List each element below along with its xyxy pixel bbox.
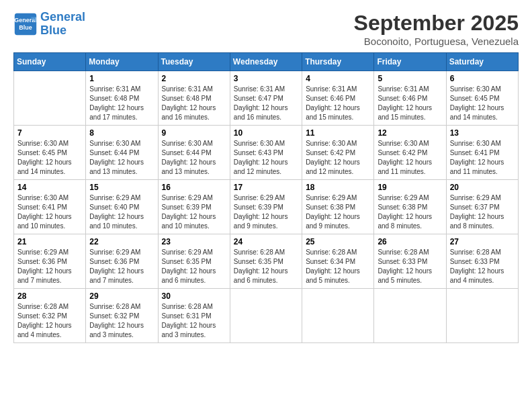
calendar-cell: 8Sunrise: 6:30 AMSunset: 6:44 PMDaylight… (86, 126, 158, 180)
calendar-cell: 1Sunrise: 6:31 AMSunset: 6:48 PMDaylight… (86, 71, 158, 126)
day-info: Sunrise: 6:31 AMSunset: 6:48 PMDaylight:… (89, 85, 154, 122)
weekday-header-cell: Tuesday (158, 53, 230, 71)
calendar-cell: 20Sunrise: 6:29 AMSunset: 6:37 PMDayligh… (446, 180, 518, 234)
day-info: Sunrise: 6:31 AMSunset: 6:47 PMDaylight:… (234, 85, 298, 122)
day-number: 1 (89, 74, 154, 83)
calendar-table: SundayMondayTuesdayWednesdayThursdayFrid… (13, 52, 519, 343)
day-number: 8 (89, 128, 154, 138)
day-info: Sunrise: 6:30 AMSunset: 6:41 PMDaylight:… (450, 139, 515, 177)
logo-icon: General Blue (13, 12, 38, 36)
day-info: Sunrise: 6:28 AMSunset: 6:32 PMDaylight:… (89, 302, 154, 340)
title-block: September 2025 Boconoito, Portuguesa, Ve… (354, 11, 519, 47)
calendar-cell: 26Sunrise: 6:28 AMSunset: 6:33 PMDayligh… (374, 234, 446, 289)
calendar-cell (14, 71, 86, 126)
day-number: 22 (89, 237, 154, 246)
day-info: Sunrise: 6:29 AMSunset: 6:38 PMDaylight:… (378, 193, 442, 231)
day-number: 12 (378, 128, 442, 138)
weekday-header-cell: Saturday (446, 53, 518, 71)
day-info: Sunrise: 6:29 AMSunset: 6:38 PMDaylight:… (306, 193, 370, 231)
day-number: 6 (450, 74, 515, 83)
calendar-cell: 16Sunrise: 6:29 AMSunset: 6:39 PMDayligh… (158, 180, 230, 234)
location-subtitle: Boconoito, Portuguesa, Venezuela (354, 36, 519, 47)
day-info: Sunrise: 6:28 AMSunset: 6:31 PMDaylight:… (162, 302, 226, 340)
day-info: Sunrise: 6:30 AMSunset: 6:42 PMDaylight:… (378, 139, 442, 177)
month-title: September 2025 (354, 11, 519, 36)
day-info: Sunrise: 6:31 AMSunset: 6:46 PMDaylight:… (306, 85, 370, 122)
calendar-cell: 10Sunrise: 6:30 AMSunset: 6:43 PMDayligh… (230, 126, 302, 180)
calendar-cell (446, 289, 518, 343)
calendar-cell: 21Sunrise: 6:29 AMSunset: 6:36 PMDayligh… (14, 234, 86, 289)
day-info: Sunrise: 6:28 AMSunset: 6:33 PMDaylight:… (450, 248, 515, 285)
calendar-cell: 3Sunrise: 6:31 AMSunset: 6:47 PMDaylight… (230, 71, 302, 126)
day-number: 13 (450, 128, 515, 138)
calendar-cell: 19Sunrise: 6:29 AMSunset: 6:38 PMDayligh… (374, 180, 446, 234)
calendar-week-row: 28Sunrise: 6:28 AMSunset: 6:32 PMDayligh… (14, 289, 519, 343)
day-number: 29 (89, 291, 154, 301)
calendar-cell: 29Sunrise: 6:28 AMSunset: 6:32 PMDayligh… (86, 289, 158, 343)
day-info: Sunrise: 6:30 AMSunset: 6:45 PMDaylight:… (450, 85, 515, 122)
calendar-cell: 2Sunrise: 6:31 AMSunset: 6:48 PMDaylight… (158, 71, 230, 126)
day-number: 19 (378, 183, 442, 192)
weekday-header-cell: Monday (86, 53, 158, 71)
day-info: Sunrise: 6:30 AMSunset: 6:43 PMDaylight:… (234, 139, 298, 177)
calendar-body: 1Sunrise: 6:31 AMSunset: 6:48 PMDaylight… (14, 71, 519, 343)
day-info: Sunrise: 6:28 AMSunset: 6:33 PMDaylight:… (378, 248, 442, 285)
day-number: 18 (306, 183, 370, 192)
day-info: Sunrise: 6:28 AMSunset: 6:34 PMDaylight:… (306, 248, 370, 285)
day-number: 28 (17, 291, 82, 301)
day-info: Sunrise: 6:30 AMSunset: 6:41 PMDaylight:… (17, 193, 82, 231)
calendar-cell: 17Sunrise: 6:29 AMSunset: 6:39 PMDayligh… (230, 180, 302, 234)
calendar-cell: 23Sunrise: 6:29 AMSunset: 6:35 PMDayligh… (158, 234, 230, 289)
weekday-header-cell: Wednesday (230, 53, 302, 71)
day-number: 20 (450, 183, 515, 192)
day-info: Sunrise: 6:31 AMSunset: 6:46 PMDaylight:… (378, 85, 442, 122)
day-info: Sunrise: 6:29 AMSunset: 6:39 PMDaylight:… (162, 193, 226, 231)
day-info: Sunrise: 6:29 AMSunset: 6:39 PMDaylight:… (234, 193, 298, 231)
day-number: 23 (162, 237, 226, 246)
calendar-cell: 11Sunrise: 6:30 AMSunset: 6:42 PMDayligh… (302, 126, 374, 180)
calendar-cell (230, 289, 302, 343)
calendar-cell: 18Sunrise: 6:29 AMSunset: 6:38 PMDayligh… (302, 180, 374, 234)
calendar-cell: 22Sunrise: 6:29 AMSunset: 6:36 PMDayligh… (86, 234, 158, 289)
calendar-cell: 7Sunrise: 6:30 AMSunset: 6:45 PMDaylight… (14, 126, 86, 180)
calendar-cell: 24Sunrise: 6:28 AMSunset: 6:35 PMDayligh… (230, 234, 302, 289)
day-number: 14 (17, 183, 82, 192)
day-number: 4 (306, 74, 370, 83)
calendar-cell: 27Sunrise: 6:28 AMSunset: 6:33 PMDayligh… (446, 234, 518, 289)
calendar-week-row: 7Sunrise: 6:30 AMSunset: 6:45 PMDaylight… (14, 126, 519, 180)
day-number: 30 (162, 291, 226, 301)
day-number: 26 (378, 237, 442, 246)
calendar-week-row: 21Sunrise: 6:29 AMSunset: 6:36 PMDayligh… (14, 234, 519, 289)
day-number: 2 (162, 74, 226, 83)
day-number: 3 (234, 74, 298, 83)
day-number: 11 (306, 128, 370, 138)
calendar-cell: 4Sunrise: 6:31 AMSunset: 6:46 PMDaylight… (302, 71, 374, 126)
calendar-cell: 15Sunrise: 6:29 AMSunset: 6:40 PMDayligh… (86, 180, 158, 234)
day-number: 24 (234, 237, 298, 246)
calendar-cell: 12Sunrise: 6:30 AMSunset: 6:42 PMDayligh… (374, 126, 446, 180)
weekday-header-cell: Sunday (14, 53, 86, 71)
calendar-cell: 14Sunrise: 6:30 AMSunset: 6:41 PMDayligh… (14, 180, 86, 234)
day-info: Sunrise: 6:30 AMSunset: 6:42 PMDaylight:… (306, 139, 370, 177)
calendar-cell (374, 289, 446, 343)
day-info: Sunrise: 6:28 AMSunset: 6:35 PMDaylight:… (234, 248, 298, 285)
day-number: 21 (17, 237, 82, 246)
calendar-cell: 9Sunrise: 6:30 AMSunset: 6:44 PMDaylight… (158, 126, 230, 180)
day-info: Sunrise: 6:30 AMSunset: 6:45 PMDaylight:… (17, 139, 82, 177)
day-number: 5 (378, 74, 442, 83)
calendar-week-row: 14Sunrise: 6:30 AMSunset: 6:41 PMDayligh… (14, 180, 519, 234)
day-number: 7 (17, 128, 82, 138)
logo: General Blue GeneralBlue (13, 11, 85, 38)
day-number: 9 (162, 128, 226, 138)
page-header: General Blue GeneralBlue September 2025 … (13, 11, 519, 47)
day-number: 27 (450, 237, 515, 246)
day-info: Sunrise: 6:30 AMSunset: 6:44 PMDaylight:… (89, 139, 154, 177)
calendar-cell: 6Sunrise: 6:30 AMSunset: 6:45 PMDaylight… (446, 71, 518, 126)
day-number: 17 (234, 183, 298, 192)
day-info: Sunrise: 6:30 AMSunset: 6:44 PMDaylight:… (162, 139, 226, 177)
day-info: Sunrise: 6:29 AMSunset: 6:36 PMDaylight:… (17, 248, 82, 285)
day-number: 25 (306, 237, 370, 246)
calendar-cell: 5Sunrise: 6:31 AMSunset: 6:46 PMDaylight… (374, 71, 446, 126)
day-info: Sunrise: 6:29 AMSunset: 6:40 PMDaylight:… (89, 193, 154, 231)
day-number: 15 (89, 183, 154, 192)
